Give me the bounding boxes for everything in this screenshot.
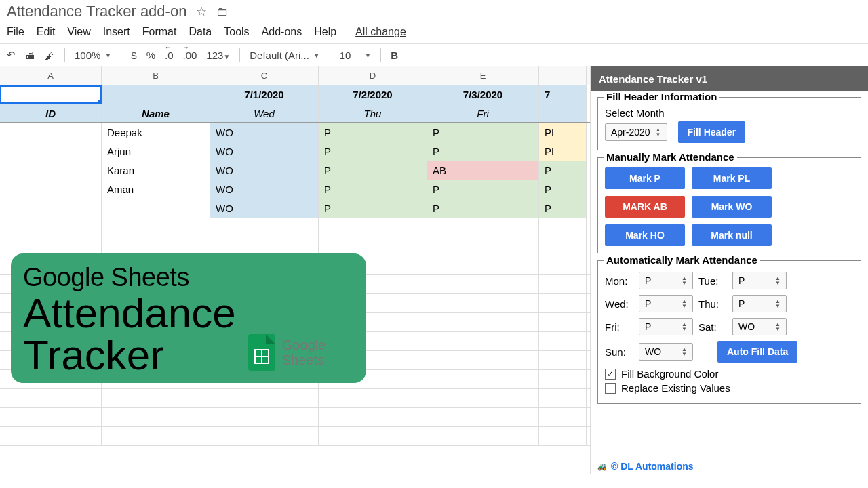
date-header[interactable]: 7/1/2020 <box>210 85 319 104</box>
cell-attendance[interactable]: WO <box>210 123 319 142</box>
cell-name[interactable] <box>102 199 210 218</box>
day-value-spinner[interactable]: P▲▼ <box>732 272 787 289</box>
day-value-spinner[interactable]: P▲▼ <box>732 295 787 312</box>
cell-attendance[interactable]: P <box>319 180 427 199</box>
mark-p-button[interactable]: Mark P <box>605 167 685 189</box>
cell-attendance[interactable]: P <box>539 180 587 199</box>
date-header[interactable]: 7 <box>539 85 587 104</box>
cell-name[interactable]: Arjun <box>102 142 210 161</box>
day-value-spinner[interactable]: P▲▼ <box>639 272 693 289</box>
number-format[interactable]: 123▼ <box>206 49 230 61</box>
menu-edit[interactable]: Edit <box>37 26 56 38</box>
cell-attendance[interactable]: WO <box>210 161 319 180</box>
format-percent[interactable]: % <box>146 49 155 61</box>
day-header[interactable]: Wed <box>210 104 319 122</box>
fill-header-button[interactable]: Fill Header <box>678 121 746 143</box>
date-header[interactable]: 7/3/2020 <box>427 85 539 104</box>
menu-data[interactable]: Data <box>189 26 212 38</box>
mark-null-button[interactable]: Mark null <box>692 224 772 246</box>
menu-insert[interactable]: Insert <box>103 26 130 38</box>
column-header-c[interactable]: C <box>210 66 319 85</box>
fill-bg-checkbox[interactable]: ✓ <box>605 369 616 380</box>
cell-attendance[interactable]: PL <box>539 142 587 161</box>
footer-icon: 🚜 <box>597 462 607 471</box>
decrease-decimal[interactable]: ←.0 <box>165 49 174 61</box>
font-select[interactable]: Default (Ari...▼ <box>250 49 319 61</box>
cell-attendance[interactable]: WO <box>210 142 319 161</box>
zoom-select[interactable]: 100%▼ <box>75 49 111 61</box>
cell-attendance[interactable]: P <box>427 123 539 142</box>
format-currency[interactable]: $ <box>131 49 136 61</box>
font-size-select[interactable]: 10▼ <box>340 49 372 61</box>
column-header-f[interactable] <box>539 66 587 85</box>
table-row[interactable]: DeepakWOPPPL <box>0 123 590 142</box>
paint-format-icon[interactable]: 🖌 <box>45 49 55 61</box>
cell-attendance[interactable]: P <box>319 123 427 142</box>
cell-attendance[interactable]: P <box>539 199 587 218</box>
increase-decimal[interactable]: →.00 <box>182 49 197 61</box>
document-title[interactable]: Attendance Tracker add-on <box>7 3 186 20</box>
google-sheets-logo: GoogleSheets <box>248 334 326 371</box>
mark-ho-button[interactable]: Mark HO <box>605 224 685 246</box>
cell-attendance[interactable]: P <box>427 142 539 161</box>
menu-view[interactable]: View <box>67 26 90 38</box>
cell-name[interactable]: Karan <box>102 161 210 180</box>
menu-tools[interactable]: Tools <box>224 26 249 38</box>
cell-attendance[interactable]: P <box>539 161 587 180</box>
cell-attendance[interactable]: P <box>319 199 427 218</box>
undo-icon[interactable]: ↶ <box>7 49 16 61</box>
cell[interactable] <box>0 161 102 180</box>
print-icon[interactable]: 🖶 <box>25 49 35 61</box>
day-header[interactable]: Thu <box>319 104 427 122</box>
date-header[interactable]: 7/2/2020 <box>319 85 427 104</box>
day-value-spinner[interactable]: WO▲▼ <box>732 318 787 336</box>
id-header[interactable]: ID <box>0 104 102 122</box>
mark-ab-button[interactable]: MARK AB <box>605 196 685 218</box>
move-folder-icon[interactable]: 🗀 <box>216 5 229 19</box>
table-row[interactable]: WOPPP <box>0 199 590 218</box>
column-header-a[interactable]: A <box>0 66 102 85</box>
bold-button[interactable]: B <box>391 49 398 61</box>
name-header[interactable]: Name <box>102 104 210 122</box>
all-changes-link[interactable]: All change <box>355 26 406 38</box>
column-header-b[interactable]: B <box>102 66 210 85</box>
table-row[interactable]: ArjunWOPPPL <box>0 142 590 161</box>
fill-header-panel: Fill Header Information Select Month Apr… <box>597 97 861 150</box>
cell[interactable] <box>102 85 210 104</box>
day-value-spinner[interactable]: WO▲▼ <box>639 343 693 361</box>
replace-values-checkbox[interactable] <box>605 383 616 394</box>
cell[interactable] <box>0 142 102 161</box>
month-spinner[interactable]: Apr-2020 ▲▼ <box>605 123 667 141</box>
auto-fill-button[interactable]: Auto Fill Data <box>717 341 797 363</box>
cell-attendance[interactable]: WO <box>210 199 319 218</box>
menu-help[interactable]: Help <box>314 26 336 38</box>
footer-link[interactable]: © DL Automations <box>611 461 694 472</box>
menu-format[interactable]: Format <box>142 26 177 38</box>
cell-attendance[interactable]: P <box>319 161 427 180</box>
day-header[interactable] <box>539 104 587 122</box>
table-row[interactable]: AmanWOPPP <box>0 180 590 199</box>
selected-cell[interactable] <box>0 85 102 104</box>
cell-attendance[interactable]: P <box>319 142 427 161</box>
day-value-spinner[interactable]: P▲▼ <box>639 295 693 312</box>
mark-pl-button[interactable]: Mark PL <box>692 167 772 189</box>
day-header[interactable]: Fri <box>427 104 539 122</box>
cell[interactable] <box>0 123 102 142</box>
cell-attendance[interactable]: AB <box>427 161 539 180</box>
cell-attendance[interactable]: PL <box>539 123 587 142</box>
menu-file[interactable]: File <box>7 26 24 38</box>
cell-attendance[interactable]: P <box>427 180 539 199</box>
star-icon[interactable]: ☆ <box>196 4 207 19</box>
mark-wo-button[interactable]: Mark WO <box>692 196 772 218</box>
cell-name[interactable]: Aman <box>102 180 210 199</box>
cell[interactable] <box>0 180 102 199</box>
cell[interactable] <box>0 199 102 218</box>
menu-addons[interactable]: Add-ons <box>262 26 302 38</box>
cell-name[interactable]: Deepak <box>102 123 210 142</box>
table-row[interactable]: KaranWOPABP <box>0 161 590 180</box>
cell-attendance[interactable]: P <box>427 199 539 218</box>
column-header-d[interactable]: D <box>319 66 427 85</box>
cell-attendance[interactable]: WO <box>210 180 319 199</box>
day-value-spinner[interactable]: P▲▼ <box>639 318 693 336</box>
column-header-e[interactable]: E <box>427 66 539 85</box>
